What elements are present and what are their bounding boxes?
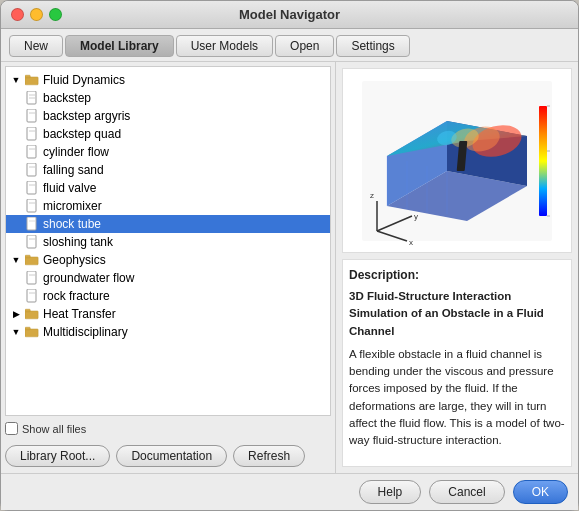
file-icon-sloshing-tank [24,235,40,249]
svg-text:z: z [370,191,374,200]
titlebar: Model Navigator [1,1,578,29]
label-backstep: backstep [43,91,91,105]
label-geophysics: Geophysics [43,253,106,267]
label-backstep-quad: backstep quad [43,127,121,141]
svg-rect-19 [27,235,36,248]
folder-icon-multi [24,325,40,339]
label-rock-fracture: rock fracture [43,289,110,303]
traffic-lights [11,8,62,21]
svg-rect-1 [25,75,30,78]
show-all-files-wrap[interactable]: Show all files [5,422,86,435]
show-all-files-checkbox[interactable] [5,422,18,435]
tab-user-models[interactable]: User Models [176,35,273,57]
folder-icon-heat [24,307,40,321]
svg-rect-0 [25,77,38,85]
tree-item-fluid-dynamics[interactable]: ▼ Fluid Dynamics [6,71,330,89]
maximize-button[interactable] [49,8,62,21]
svg-rect-5 [27,109,36,122]
main-window: Model Navigator New Model Library User M… [0,0,579,511]
label-multidisciplinary: Multidisciplinary [43,325,128,339]
description-title: 3D Fluid-Structure Interaction Simulatio… [349,288,565,340]
bottom-buttons: Library Root... Documentation Refresh [1,441,335,473]
expand-arrow-fluid: ▼ [10,74,22,86]
ok-button[interactable]: OK [513,480,568,504]
svg-rect-17 [27,217,36,230]
svg-text:x: x [409,238,413,246]
tree-item-backstep-argyris[interactable]: ▶ backstep argyris [6,107,330,125]
tab-settings[interactable]: Settings [336,35,409,57]
svg-rect-7 [27,127,36,140]
tree-item-micromixer[interactable]: ▶ micromixer [6,197,330,215]
minimize-button[interactable] [30,8,43,21]
library-root-button[interactable]: Library Root... [5,445,110,467]
svg-rect-21 [25,257,38,265]
tree-item-multidisciplinary[interactable]: ▼ Multidisciplinary [6,323,330,341]
tree-item-backstep-quad[interactable]: ▶ backstep quad [6,125,330,143]
tree-item-backstep[interactable]: ▶ backstep [6,89,330,107]
svg-rect-28 [25,309,30,312]
label-fluid-valve: fluid valve [43,181,96,195]
svg-rect-22 [25,255,30,258]
window-title: Model Navigator [239,7,340,22]
label-sloshing-tank: sloshing tank [43,235,113,249]
svg-rect-25 [27,289,36,302]
tree-item-rock-fracture[interactable]: ▶ rock fracture [6,287,330,305]
svg-text:y: y [414,212,418,221]
file-icon-backstep-argyris [24,109,40,123]
tree-item-heat-transfer[interactable]: ▶ Heat Transfer [6,305,330,323]
cancel-button[interactable]: Cancel [429,480,504,504]
bottom-bar: Show all files [1,416,335,441]
description-body: A flexible obstacle in a fluid channel i… [349,346,565,450]
expand-arrow-multi: ▼ [10,326,22,338]
documentation-button[interactable]: Documentation [116,445,227,467]
tree-item-geophysics[interactable]: ▼ Geophysics [6,251,330,269]
tree-item-sloshing-tank[interactable]: ▶ sloshing tank [6,233,330,251]
footer: Help Cancel OK [1,473,578,510]
toolbar: New Model Library User Models Open Setti… [1,29,578,62]
tab-model-library[interactable]: Model Library [65,35,174,57]
file-icon-falling-sand [24,163,40,177]
tree-item-shock-tube[interactable]: ▶ shock tube [6,215,330,233]
svg-rect-29 [25,329,38,337]
folder-icon-fluid [24,73,40,87]
expand-arrow-heat: ▶ [10,308,22,320]
file-icon-cylinder-flow [24,145,40,159]
description-area: Description: 3D Fluid-Structure Interact… [342,259,572,467]
preview-area: x y z [342,68,572,253]
tree-item-fluid-valve[interactable]: ▶ fluid valve [6,179,330,197]
label-heat-transfer: Heat Transfer [43,307,116,321]
file-icon-backstep-quad [24,127,40,141]
svg-rect-15 [27,199,36,212]
label-falling-sand: falling sand [43,163,104,177]
file-icon-fluid-valve [24,181,40,195]
label-backstep-argyris: backstep argyris [43,109,130,123]
svg-rect-27 [25,311,38,319]
tab-open[interactable]: Open [275,35,334,57]
help-button[interactable]: Help [359,480,422,504]
svg-rect-51 [539,106,547,216]
label-micromixer: micromixer [43,199,102,213]
svg-rect-30 [25,327,30,330]
tree-item-groundwater-flow[interactable]: ▶ groundwater flow [6,269,330,287]
label-fluid-dynamics: Fluid Dynamics [43,73,125,87]
label-groundwater-flow: groundwater flow [43,271,134,285]
tree-item-cylinder-flow[interactable]: ▶ cylinder flow [6,143,330,161]
file-icon-shock-tube [24,217,40,231]
folder-icon-geo [24,253,40,267]
expand-arrow-geo: ▼ [10,254,22,266]
file-icon-groundwater-flow [24,271,40,285]
file-icon-micromixer [24,199,40,213]
svg-rect-11 [27,163,36,176]
file-icon-rock-fracture [24,289,40,303]
svg-rect-13 [27,181,36,194]
file-icon-backstep [24,91,40,105]
right-panel: x y z [336,62,578,473]
close-button[interactable] [11,8,24,21]
label-shock-tube: shock tube [43,217,101,231]
tab-new[interactable]: New [9,35,63,57]
svg-rect-23 [27,271,36,284]
tree-container[interactable]: ▼ Fluid Dynamics ▶ [5,66,331,416]
show-all-files-label: Show all files [22,423,86,435]
tree-item-falling-sand[interactable]: ▶ falling sand [6,161,330,179]
refresh-button[interactable]: Refresh [233,445,305,467]
